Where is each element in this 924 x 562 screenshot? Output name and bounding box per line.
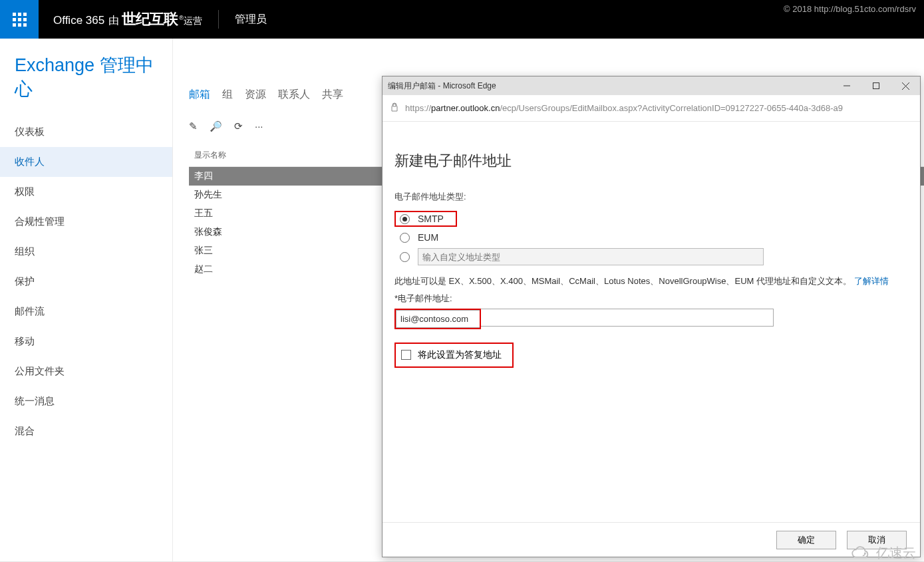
address-bar[interactable]: https://partner.outlook.cn/ecp/UsersGrou… [383, 95, 920, 122]
radio-row-smtp: SMTP [394, 208, 908, 229]
reply-label: 将此设置为答复地址 [418, 349, 502, 361]
cloud-icon [849, 545, 872, 561]
popup-footer: 确定 取消 [383, 522, 920, 557]
reply-address-row: 将此设置为答复地址 [394, 343, 514, 368]
sidebar-item-0[interactable]: 仪表板 [0, 117, 172, 147]
sidebar-item-8[interactable]: 公用文件夹 [0, 356, 172, 386]
app-launcher-button[interactable] [0, 0, 39, 39]
learn-more-link[interactable]: 了解详情 [854, 276, 889, 286]
email-input[interactable] [396, 310, 480, 328]
radio-custom[interactable] [400, 252, 410, 262]
topbar-admin[interactable]: 管理员 [235, 13, 267, 27]
left-column: Exchange 管理中心 仪表板收件人权限合规性管理组织保护邮件流移动公用文件… [0, 39, 173, 561]
tab-0[interactable]: 邮箱 [189, 88, 210, 104]
sidebar-item-2[interactable]: 权限 [0, 177, 172, 207]
tab-2[interactable]: 资源 [245, 88, 266, 104]
close-icon [902, 82, 909, 90]
search-icon[interactable]: 🔍 [210, 120, 222, 132]
popup-body: 新建电子邮件地址 电子邮件地址类型: SMTP EUM 此地址可以是 EX、X.… [383, 122, 920, 522]
sidebar-item-7[interactable]: 移动 [0, 327, 172, 356]
brand-by: 由 [108, 14, 119, 28]
tab-4[interactable]: 共享 [322, 88, 343, 104]
topbar: Office 365 由 世纪互联 ®运营 管理员 © 2018 http://… [0, 0, 924, 39]
popup-title: 编辑用户邮箱 - Microsoft Edge [388, 80, 496, 92]
lock-icon [390, 102, 398, 114]
sidebar-nav: 仪表板收件人权限合规性管理组织保护邮件流移动公用文件夹统一消息混合 [0, 117, 172, 446]
radio-row-eum: EUM [394, 229, 908, 245]
brand-operator-tail: ®运营 [179, 15, 202, 27]
email-label: *电子邮件地址: [394, 293, 908, 305]
minimize-icon [844, 82, 850, 89]
watermark: 亿速云 [849, 544, 916, 562]
more-icon[interactable]: ··· [255, 120, 263, 132]
email-input-row [394, 309, 774, 329]
tab-1[interactable]: 组 [222, 88, 233, 104]
page-title: Exchange 管理中心 [0, 53, 172, 117]
copyright-label: © 2018 http://blog.51cto.com/rdsrv [784, 4, 916, 14]
close-button[interactable] [891, 76, 920, 95]
radio-smtp-label: SMTP [418, 213, 444, 224]
minimize-button[interactable] [832, 76, 861, 95]
sidebar-item-1[interactable]: 收件人 [0, 147, 172, 177]
waffle-icon [13, 13, 27, 27]
popup-titlebar[interactable]: 编辑用户邮箱 - Microsoft Edge [383, 76, 920, 95]
edit-mailbox-popup: 编辑用户邮箱 - Microsoft Edge https://partner.… [382, 76, 921, 557]
edit-icon[interactable]: ✎ [189, 120, 198, 132]
sidebar-item-5[interactable]: 保护 [0, 267, 172, 297]
dialog-title: 新建电子邮件地址 [394, 139, 908, 191]
refresh-icon[interactable]: ⟳ [234, 120, 243, 132]
radio-smtp[interactable] [400, 214, 410, 224]
sidebar-item-10[interactable]: 混合 [0, 416, 172, 446]
watermark-label: 亿速云 [876, 544, 916, 562]
brand-office: Office 365 [53, 14, 104, 27]
tab-3[interactable]: 联系人 [278, 88, 310, 104]
brand: Office 365 由 世纪互联 ®运营 [53, 9, 202, 29]
radio-row-custom [394, 245, 908, 268]
sidebar-item-3[interactable]: 合规性管理 [0, 207, 172, 237]
help-text: 此地址可以是 EX、X.500、X.400、MSMail、CcMail、Lotu… [394, 275, 908, 289]
radio-eum[interactable] [400, 233, 410, 243]
reply-checkbox[interactable] [401, 350, 411, 360]
brand-operator: 世纪互联 [122, 9, 178, 29]
email-input-ext[interactable] [481, 309, 774, 327]
email-type-label: 电子邮件地址类型: [394, 191, 908, 203]
ok-button[interactable]: 确定 [776, 531, 836, 549]
topbar-divider [218, 10, 219, 29]
sidebar-item-9[interactable]: 统一消息 [0, 386, 172, 416]
sidebar-item-6[interactable]: 邮件流 [0, 297, 172, 327]
address-url: https://partner.outlook.cn/ecp/UsersGrou… [405, 103, 912, 113]
custom-type-input[interactable] [418, 248, 764, 265]
radio-eum-label: EUM [418, 232, 438, 243]
sidebar-item-4[interactable]: 组织 [0, 237, 172, 267]
maximize-icon [873, 82, 879, 89]
maximize-button[interactable] [861, 76, 891, 95]
svg-rect-1 [873, 83, 879, 89]
